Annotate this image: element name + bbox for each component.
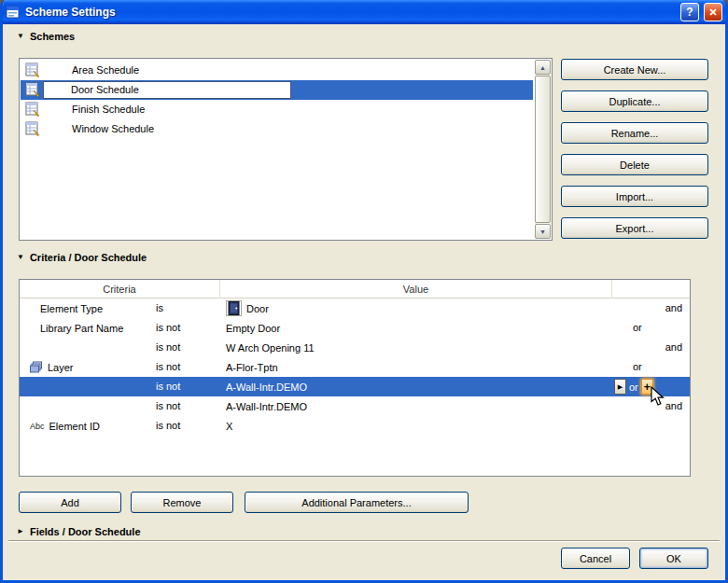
title-bar[interactable]: Scheme Settings ? ✕: [0, 0, 728, 24]
list-item-label: Area Schedule: [72, 61, 139, 80]
scroll-down-icon[interactable]: ▼: [535, 224, 551, 239]
dialog-body: ▼ Schemes Area Sch: [3, 24, 725, 580]
list-item-area-schedule[interactable]: Area Schedule: [21, 61, 533, 80]
criteria-connector-cell[interactable]: or: [612, 318, 690, 338]
close-button[interactable]: ✕: [704, 3, 722, 21]
layer-icon: [30, 361, 43, 373]
connector-label: or: [633, 357, 642, 377]
collapse-expanded-icon: ▼: [17, 33, 24, 40]
criteria-value-cell[interactable]: Empty Door: [220, 318, 612, 338]
criteria-section-header[interactable]: ▼ Criteria / Door Schedule: [17, 252, 147, 263]
footer-separator: [8, 540, 720, 542]
criteria-operator-cell[interactable]: is not: [150, 318, 220, 338]
scrollbar-thumb[interactable]: [535, 76, 551, 223]
criteria-connector-cell[interactable]: and: [612, 298, 690, 318]
criteria-name-cell[interactable]: Element Type: [20, 298, 150, 318]
rename-button[interactable]: Rename...: [561, 122, 708, 144]
criteria-row[interactable]: is not A-Wall-Intr.DEMO and: [20, 396, 690, 416]
criteria-row-selected[interactable]: is not A-Wall-Intr.DEMO ▶ or +: [20, 377, 690, 396]
rename-edit-field[interactable]: Door Schedule: [43, 81, 291, 99]
criteria-value-cell[interactable]: Door: [220, 298, 612, 318]
criteria-row[interactable]: is not W Arch Opening 11 and: [20, 338, 690, 357]
schedule-icon: [25, 102, 40, 117]
list-item-finish-schedule[interactable]: Finish Schedule: [21, 100, 533, 119]
criteria-name-cell[interactable]: [20, 396, 150, 416]
criteria-name-cell[interactable]: Abc Element ID: [20, 416, 150, 436]
export-button[interactable]: Export...: [561, 217, 708, 239]
fields-section-title: Fields / Door Schedule: [30, 526, 141, 537]
import-button[interactable]: Import...: [561, 186, 708, 207]
help-button[interactable]: ?: [680, 3, 699, 21]
criteria-operator-cell[interactable]: is: [150, 298, 220, 318]
criteria-rows: Element Type is Door and: [20, 298, 690, 436]
create-new-button[interactable]: Create New...: [561, 59, 708, 80]
column-header-criteria: Criteria: [20, 280, 220, 298]
list-item-label: Window Schedule: [72, 119, 154, 139]
criteria-row[interactable]: Layer is not A-Flor-Tptn or: [20, 357, 690, 377]
schemes-list-rows: Area Schedule Door Schedule: [21, 61, 533, 139]
window-title: Scheme Settings: [25, 6, 676, 19]
criteria-connector-cell[interactable]: and: [612, 396, 690, 416]
value-popup-button[interactable]: ▶: [614, 379, 626, 395]
schedule-icon: [25, 82, 40, 97]
ok-button[interactable]: OK: [639, 548, 708, 569]
connector-label: or: [633, 318, 642, 338]
scheme-settings-dialog: Scheme Settings ? ✕ ▼ Schemes: [0, 0, 728, 583]
schedule-icon: [25, 62, 40, 77]
criteria-value-cell[interactable]: A-Wall-Intr.DEMO: [220, 377, 612, 396]
criteria-name-cell[interactable]: [20, 338, 150, 357]
abc-icon: Abc: [30, 422, 45, 431]
schemes-section-title: Schemes: [30, 31, 75, 42]
criteria-name-cell[interactable]: Layer: [20, 357, 150, 377]
criteria-operator-cell[interactable]: is not: [150, 377, 220, 396]
criteria-name-cell[interactable]: [20, 377, 150, 396]
criteria-value-cell[interactable]: X: [220, 416, 612, 436]
schemes-section-header[interactable]: ▼ Schemes: [17, 31, 75, 42]
criteria-operator-cell[interactable]: is not: [150, 416, 220, 436]
connector-label: and: [665, 396, 682, 416]
criteria-row[interactable]: Element Type is Door and: [20, 298, 690, 318]
criteria-value-cell[interactable]: W Arch Opening 11: [220, 338, 612, 357]
duplicate-button[interactable]: Duplicate...: [561, 90, 708, 112]
criteria-operator-cell[interactable]: is not: [150, 396, 220, 416]
criteria-value-cell[interactable]: A-Wall-Intr.DEMO: [220, 396, 612, 416]
list-item-door-schedule-selected[interactable]: Door Schedule: [21, 80, 533, 100]
collapse-expanded-icon: ▼: [17, 254, 24, 261]
delete-button[interactable]: Delete: [561, 154, 708, 175]
collapse-collapsed-icon: ►: [17, 528, 24, 535]
connector-label: or: [629, 382, 638, 393]
schemes-list: Area Schedule Door Schedule: [19, 58, 553, 241]
door-icon: [226, 300, 242, 316]
fields-section-header[interactable]: ► Fields / Door Schedule: [17, 526, 141, 537]
criteria-row[interactable]: Abc Element ID is not X: [20, 416, 690, 436]
schedule-icon: [25, 121, 40, 136]
schemes-scrollbar[interactable]: ▲ ▼: [535, 60, 551, 239]
list-item-label: Finish Schedule: [72, 100, 145, 119]
additional-parameters-button[interactable]: Additional Parameters...: [245, 492, 469, 513]
criteria-connector-cell[interactable]: or: [612, 357, 690, 377]
criteria-connector-cell[interactable]: ▶ or +: [612, 377, 690, 396]
app-icon: [6, 5, 21, 20]
criteria-table: Criteria Value Element Type is: [19, 279, 691, 477]
criteria-connector-cell[interactable]: and: [612, 338, 690, 357]
connector-label: and: [665, 298, 682, 318]
add-or-criterion-button[interactable]: +: [641, 379, 653, 395]
criteria-section-title: Criteria / Door Schedule: [30, 252, 147, 263]
cancel-button[interactable]: Cancel: [561, 548, 630, 569]
connector-label: and: [665, 338, 682, 357]
criteria-operator-cell[interactable]: is not: [150, 338, 220, 357]
criteria-value-cell[interactable]: A-Flor-Tptn: [220, 357, 612, 377]
criteria-name-cell[interactable]: Library Part Name: [20, 318, 150, 338]
list-item-window-schedule[interactable]: Window Schedule: [21, 119, 533, 139]
scroll-up-icon[interactable]: ▲: [535, 60, 551, 75]
add-button[interactable]: Add: [19, 492, 121, 513]
criteria-table-header: Criteria Value: [20, 280, 690, 298]
criteria-operator-cell[interactable]: is not: [150, 357, 220, 377]
criteria-connector-cell[interactable]: [612, 416, 690, 436]
criteria-row[interactable]: Library Part Name is not Empty Door or: [20, 318, 690, 338]
column-header-value: Value: [220, 280, 612, 298]
remove-button[interactable]: Remove: [131, 492, 233, 513]
